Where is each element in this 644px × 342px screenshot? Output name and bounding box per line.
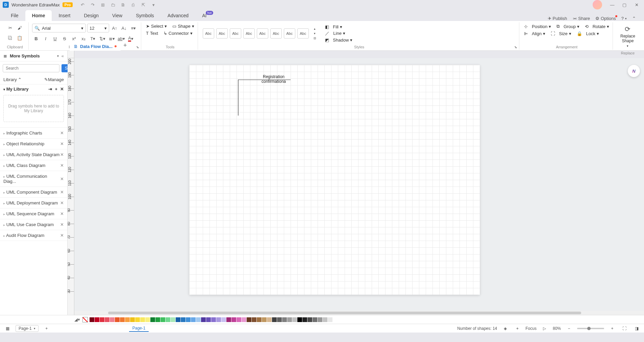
color-swatch[interactable] [181,317,185,322]
maximize-icon[interactable]: ▢ [620,1,629,8]
fill-button[interactable]: ◧ Fill▾ [325,24,353,29]
color-swatch[interactable] [206,317,211,322]
menu-file[interactable]: File [4,10,25,21]
color-swatch[interactable] [292,317,297,322]
page-selector[interactable]: Page-1▾ [16,325,39,332]
color-swatch[interactable] [166,317,170,322]
style-sample[interactable]: Abc [284,28,295,39]
color-swatch[interactable] [323,317,327,322]
page[interactable]: Student 1.2 Confirmregistration 1.1 Chec… [189,65,480,295]
close-icon[interactable]: ✕ [60,233,64,238]
color-swatch[interactable] [186,317,191,322]
style-sample[interactable]: Abc [297,28,309,39]
color-swatch[interactable] [262,317,267,322]
color-swatch[interactable] [302,317,307,322]
font-dialog-launcher[interactable]: ⬊ [136,45,139,49]
publish-button[interactable]: ✈Publish [548,16,567,21]
subscript-icon[interactable]: x₂ [79,34,88,43]
page-layout-icon[interactable]: ▦ [3,324,11,333]
menu-design[interactable]: Design [77,10,105,21]
color-swatch[interactable] [333,317,338,322]
color-swatch[interactable] [257,317,262,322]
my-library-label[interactable]: My Library [6,87,29,92]
close-icon[interactable]: ✕ [632,1,641,8]
flow-reg-confirmation[interactable] [238,80,291,116]
lib-item[interactable]: ▸ UML Use Case Diagram✕ [0,219,67,230]
menu-view[interactable]: View [105,10,129,21]
color-swatch[interactable] [130,317,135,322]
connector-tool[interactable]: ↳Connector▾ [164,31,193,36]
color-swatch[interactable] [191,317,196,322]
style-more-icon[interactable]: ⊟ [311,36,319,41]
color-swatch[interactable] [287,317,292,322]
redo-icon[interactable]: ↷ [90,2,96,8]
library-label[interactable]: Library [3,77,17,82]
chevron-down-icon[interactable]: ▾ [57,54,59,58]
color-swatch[interactable] [297,317,302,322]
color-swatch[interactable] [267,317,272,322]
color-swatch[interactable] [171,317,175,322]
ai-badge[interactable]: N [628,65,640,77]
size-button[interactable]: ⛶ Size▾ [551,31,571,36]
color-swatch[interactable] [231,317,236,322]
lib-item[interactable]: ▸ UML Communication Diag...✕ [0,171,67,187]
lib-item[interactable]: ▸ UML Class Diagram✕ [0,160,67,171]
close-icon[interactable]: ✕ [60,163,64,168]
color-swatch[interactable] [155,317,160,322]
color-swatch[interactable] [282,317,287,322]
menu-insert[interactable]: Insert [52,10,77,21]
fill-toggle-icon[interactable]: ◢▾ [74,317,80,322]
style-sample[interactable]: Abc [203,28,214,39]
close-icon[interactable]: ✕ [60,222,64,227]
color-swatch[interactable] [252,317,256,322]
color-swatch[interactable] [328,317,332,322]
menu-home[interactable]: Home [25,10,52,21]
spacing-icon[interactable]: ⇅▾ [98,34,106,43]
style-up-icon[interactable]: ▴ [311,26,319,31]
add-page-icon[interactable]: + [43,324,51,333]
help-button[interactable]: ?▾ [621,16,627,21]
my-library-dropzone[interactable]: Drag symbols here to add to My Library [3,95,64,122]
shrink-font-icon[interactable]: A↓ [120,24,128,32]
font-size-select[interactable]: 12▾ [87,24,109,32]
lock-button[interactable]: 🔒 Lock▾ [577,31,599,36]
add-icon[interactable]: + [55,87,57,92]
color-swatch[interactable] [115,317,120,322]
group-button[interactable]: ⧉ Group▾ [556,24,579,29]
color-swatch[interactable] [226,317,231,322]
lib-item[interactable]: ▸ UML Component Diagram✕ [0,187,67,198]
rotate-button[interactable]: ⟲ Rotate▾ [585,24,609,29]
grow-font-icon[interactable]: A↑ [110,24,119,32]
style-sample[interactable]: Abc [230,28,241,39]
color-swatch[interactable] [313,317,317,322]
color-swatch[interactable] [211,317,216,322]
color-swatch[interactable] [160,317,165,322]
case-icon[interactable]: T▾ [89,34,97,43]
color-swatch[interactable] [145,317,150,322]
lib-item[interactable]: ▸ Audit Flow Diagram✕ [0,230,67,241]
color-swatch[interactable] [247,317,251,322]
qat-more-icon[interactable]: ▾ [150,2,156,8]
zoom-out-icon[interactable]: − [565,324,573,333]
import-icon[interactable]: ⇥ [48,87,52,92]
collapse-ribbon-button[interactable]: ⌃ [632,16,636,21]
underline-icon[interactable]: U [51,34,59,43]
style-sample[interactable]: Abc [270,28,282,39]
color-swatch[interactable] [196,317,201,322]
close-icon[interactable]: ✕ [60,141,64,146]
color-swatch[interactable] [216,317,221,322]
replace-shape-button[interactable]: ⟳ Replace Shape ▾ [618,24,638,49]
canvas[interactable]: Student 1.2 Confirmregistration 1.1 Chec… [74,58,644,315]
print-icon[interactable]: ⎙ [130,2,136,8]
user-avatar[interactable] [593,0,602,9]
minimize-icon[interactable]: — [608,1,617,8]
options-button[interactable]: ⚙Options [595,16,616,21]
paste-icon[interactable]: 📋 [16,34,24,42]
font-family-select[interactable]: 🔍Arial▾ [32,24,86,32]
color-swatch[interactable] [120,317,125,322]
font-color-icon[interactable]: A▾ [127,34,135,43]
color-swatch[interactable] [125,317,130,322]
styles-dialog-launcher[interactable]: ⬊ [514,45,517,49]
align-button[interactable]: ⊫ Align▾ [524,31,545,36]
style-down-icon[interactable]: ▾ [311,31,319,36]
